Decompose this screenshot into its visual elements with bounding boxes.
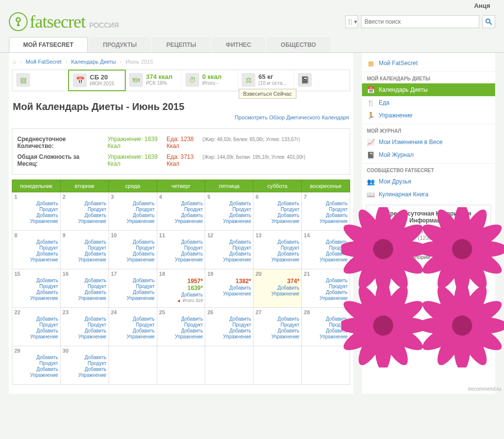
add-link[interactable]: Добавить	[63, 355, 107, 360]
calendar-cell[interactable]	[253, 346, 302, 385]
exercise-link[interactable]: Упражнение	[159, 257, 203, 262]
stat-journal[interactable]: ▤	[12, 70, 69, 91]
exercise-link[interactable]: Упражнение	[14, 295, 58, 301]
add-link[interactable]: Добавить	[304, 328, 348, 333]
add-link[interactable]: Добавить	[14, 201, 58, 206]
product-link[interactable]: Продукт	[207, 322, 251, 328]
stat-notes[interactable]: 📓	[294, 70, 350, 91]
product-link[interactable]: Продукт	[63, 284, 107, 289]
calendar-cell[interactable]: 25ДобавитьПродуктДобавитьУпражнение	[157, 308, 205, 346]
add-link[interactable]: Добавить	[304, 290, 348, 295]
add-link[interactable]: Добавить	[304, 201, 348, 206]
add-link[interactable]: Добавить	[63, 201, 107, 206]
product-link[interactable]: Продукт	[255, 207, 299, 212]
add-link[interactable]: Добавить	[159, 292, 203, 297]
add-link[interactable]: Добавить	[159, 328, 203, 333]
exercise-link[interactable]: Упражнение	[14, 334, 58, 339]
exercise-link[interactable]: Упражнение	[14, 372, 58, 378]
calendar-cell[interactable]	[157, 346, 205, 385]
side-exercise[interactable]: 🏃Упражнение	[362, 109, 495, 122]
calendar-cell[interactable]: 28ДобавитьПродуктДобавитьУпражнение	[302, 308, 350, 346]
add-link[interactable]: Добавить	[14, 278, 58, 283]
product-link[interactable]: Продукт	[14, 207, 58, 212]
calendar-cell[interactable]: 11ДобавитьПродуктДобавитьУпражнение	[157, 231, 205, 269]
product-link[interactable]: Продукт	[111, 207, 155, 212]
add-link[interactable]: Добавить	[207, 213, 251, 218]
add-link[interactable]: Добавить	[63, 251, 107, 256]
add-link[interactable]: Добавить	[111, 278, 155, 283]
side-diet-calendar[interactable]: 📅Календарь Диеты	[362, 83, 495, 96]
add-link[interactable]: Добавить	[255, 251, 299, 256]
stat-date[interactable]: 📅 СБ 20ИЮН 2015	[68, 70, 126, 91]
add-link[interactable]: Добавить	[207, 316, 251, 322]
add-link[interactable]: Добавить	[255, 328, 299, 333]
add-link[interactable]: Добавить	[63, 328, 107, 333]
calendar-cell[interactable]: 30ДобавитьПродуктДобавитьУпражнение	[60, 346, 108, 385]
exercise-link[interactable]: Упражнение	[63, 219, 107, 224]
product-link[interactable]: Продукт	[304, 207, 348, 212]
calendar-cell[interactable]: 5ДобавитьПродуктДобавитьУпражнение	[205, 192, 253, 231]
product-link[interactable]: Продукт	[14, 245, 58, 251]
calendar-cell[interactable]: 21ДобавитьПродуктДобавитьУпражнение	[302, 269, 350, 308]
exercise-link[interactable]: Упражнение	[207, 257, 251, 262]
calendar-cell[interactable]	[205, 346, 253, 385]
product-link[interactable]: Продукт	[207, 207, 251, 212]
product-link[interactable]: Продукт	[63, 207, 107, 212]
add-link[interactable]: Добавить	[14, 239, 58, 245]
add-link[interactable]: Добавить	[111, 213, 155, 218]
product-link[interactable]: Продукт	[14, 284, 58, 289]
add-link[interactable]: Добавить	[63, 290, 107, 295]
add-link[interactable]: Добавить	[14, 316, 58, 322]
add-link[interactable]: Добавить	[255, 213, 299, 218]
add-link[interactable]: Добавить	[159, 213, 203, 218]
product-link[interactable]: Продукт	[255, 322, 299, 328]
tab-community[interactable]: ОБЩЕСТВО	[266, 37, 330, 52]
calendar-cell[interactable]: 14ДобавитьПродуктДобавитьУпражнение	[302, 231, 350, 269]
calendar-cell[interactable]: 23ДобавитьПродуктДобавитьУпражнение	[60, 308, 108, 346]
exercise-link[interactable]: Упражнение	[111, 295, 155, 301]
exercise-link[interactable]: Упражнение	[14, 219, 58, 224]
side-weight-changes[interactable]: 📈Мои Изменения в Весе	[362, 136, 495, 148]
side-my-fatsecret[interactable]: ▦Мой FatSecret	[362, 57, 495, 70]
add-link[interactable]: Добавить	[255, 201, 299, 206]
add-link[interactable]: Добавить	[207, 201, 251, 206]
calendar-cell[interactable]	[302, 346, 350, 385]
add-link[interactable]: Добавить	[304, 251, 348, 256]
exercise-link[interactable]: Упражнение	[159, 334, 203, 339]
add-link[interactable]: Добавить	[14, 251, 58, 256]
product-link[interactable]: Продукт	[111, 245, 155, 251]
product-link[interactable]: Продукт	[159, 207, 203, 212]
product-link[interactable]: Продукт	[304, 284, 348, 289]
add-link[interactable]: Добавить	[159, 239, 203, 245]
product-link[interactable]: Продукт	[14, 322, 58, 328]
username[interactable]: Анця	[0, 0, 504, 9]
calendar-cell[interactable]: 4ДобавитьПродуктДобавитьУпражнение	[157, 192, 205, 231]
exercise-link[interactable]: Упражнение	[255, 257, 299, 262]
exercise-link[interactable]: Упражнение	[207, 334, 251, 339]
exercise-link[interactable]: Упражнение	[304, 295, 348, 301]
calendar-cell[interactable]	[108, 346, 157, 385]
add-link[interactable]: Добавить	[111, 201, 155, 206]
exercise-link[interactable]: Упражнение	[63, 257, 107, 262]
calendar-cell[interactable]: 2ДобавитьПродуктДобавитьУпражнение	[60, 192, 108, 231]
add-link[interactable]: Добавить	[304, 278, 348, 283]
calendar-cell[interactable]: 191382*ДобавитьУпражнение	[205, 269, 253, 308]
add-link[interactable]: Добавить	[111, 251, 155, 256]
product-link[interactable]: Продукт	[304, 322, 348, 328]
overview-link[interactable]: Просмотреть Обзор Диетического Календаря	[235, 114, 349, 120]
exercise-link[interactable]: Упражнение	[304, 334, 348, 339]
home-icon[interactable]: ⌂	[13, 59, 16, 65]
add-link[interactable]: Добавить	[207, 251, 251, 256]
exercise-link[interactable]: Упражнение	[111, 257, 155, 262]
calendar-cell[interactable]: 15ДобавитьПродуктДобавитьУпражнение	[12, 269, 61, 308]
stat-weight[interactable]: ⚖ 65 кг(10 кг оста... Взвеситься Сейчас	[238, 70, 294, 91]
tab-recipes[interactable]: РЕЦЕПТЫ	[152, 37, 210, 52]
search-button[interactable]	[482, 15, 495, 28]
add-link[interactable]: Добавить	[14, 355, 58, 360]
calendar-cell[interactable]: 1ДобавитьПродуктДобавитьУпражнение	[12, 192, 61, 231]
product-link[interactable]: Продукт	[63, 245, 107, 251]
calendar-cell[interactable]: 9ДобавитьПродуктДобавитьУпражнение	[60, 231, 108, 269]
tab-products[interactable]: ПРОДУКТЫ	[89, 37, 151, 52]
add-link[interactable]: Добавить	[111, 316, 155, 322]
exercise-link[interactable]: Упражнение	[14, 257, 58, 262]
